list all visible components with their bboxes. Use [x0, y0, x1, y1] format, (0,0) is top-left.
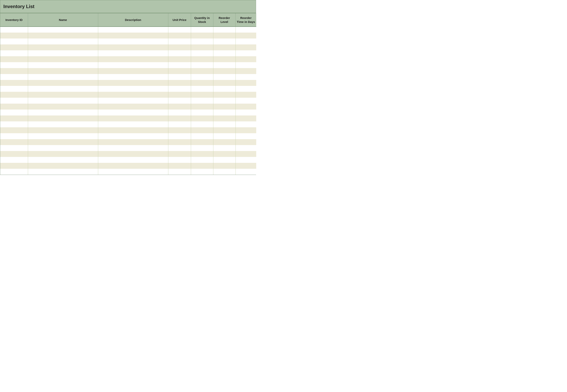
- cell-days[interactable]: [235, 98, 256, 104]
- cell-desc[interactable]: [98, 145, 168, 151]
- cell-qty[interactable]: [191, 157, 213, 163]
- cell-qty[interactable]: [191, 39, 213, 44]
- cell-price[interactable]: [168, 133, 191, 139]
- cell-price[interactable]: [168, 27, 191, 33]
- cell-qty[interactable]: [191, 27, 213, 33]
- cell-days[interactable]: [235, 62, 256, 68]
- cell-name[interactable]: [28, 44, 98, 50]
- cell-id[interactable]: [0, 86, 28, 92]
- cell-desc[interactable]: [98, 139, 168, 145]
- cell-reorder[interactable]: [213, 104, 235, 110]
- cell-name[interactable]: [28, 127, 98, 133]
- cell-price[interactable]: [168, 157, 191, 163]
- cell-reorder[interactable]: [213, 33, 235, 39]
- cell-name[interactable]: [28, 56, 98, 62]
- cell-reorder[interactable]: [213, 92, 235, 98]
- cell-id[interactable]: [0, 92, 28, 98]
- cell-reorder[interactable]: [213, 110, 235, 115]
- cell-qty[interactable]: [191, 80, 213, 86]
- cell-price[interactable]: [168, 139, 191, 145]
- cell-price[interactable]: [168, 62, 191, 68]
- cell-qty[interactable]: [191, 86, 213, 92]
- cell-name[interactable]: [28, 133, 98, 139]
- cell-id[interactable]: [0, 62, 28, 68]
- cell-desc[interactable]: [98, 98, 168, 104]
- cell-qty[interactable]: [191, 33, 213, 39]
- cell-desc[interactable]: [98, 92, 168, 98]
- cell-reorder[interactable]: [213, 50, 235, 56]
- cell-id[interactable]: [0, 56, 28, 62]
- cell-id[interactable]: [0, 127, 28, 133]
- cell-desc[interactable]: [98, 151, 168, 157]
- cell-price[interactable]: [168, 145, 191, 151]
- cell-name[interactable]: [28, 157, 98, 163]
- cell-reorder[interactable]: [213, 44, 235, 50]
- cell-desc[interactable]: [98, 68, 168, 74]
- cell-days[interactable]: [235, 104, 256, 110]
- cell-desc[interactable]: [98, 62, 168, 68]
- cell-days[interactable]: [235, 139, 256, 145]
- cell-qty[interactable]: [191, 139, 213, 145]
- cell-desc[interactable]: [98, 74, 168, 80]
- cell-name[interactable]: [28, 163, 98, 169]
- cell-days[interactable]: [235, 127, 256, 133]
- cell-days[interactable]: [235, 110, 256, 115]
- cell-price[interactable]: [168, 169, 191, 175]
- cell-name[interactable]: [28, 115, 98, 121]
- cell-qty[interactable]: [191, 110, 213, 115]
- cell-desc[interactable]: [98, 104, 168, 110]
- cell-price[interactable]: [168, 127, 191, 133]
- cell-days[interactable]: [235, 33, 256, 39]
- cell-qty[interactable]: [191, 145, 213, 151]
- cell-id[interactable]: [0, 68, 28, 74]
- cell-name[interactable]: [28, 145, 98, 151]
- cell-price[interactable]: [168, 33, 191, 39]
- cell-price[interactable]: [168, 74, 191, 80]
- cell-desc[interactable]: [98, 110, 168, 115]
- cell-qty[interactable]: [191, 127, 213, 133]
- cell-qty[interactable]: [191, 68, 213, 74]
- cell-id[interactable]: [0, 44, 28, 50]
- cell-days[interactable]: [235, 151, 256, 157]
- cell-desc[interactable]: [98, 44, 168, 50]
- cell-desc[interactable]: [98, 157, 168, 163]
- cell-name[interactable]: [28, 98, 98, 104]
- cell-days[interactable]: [235, 44, 256, 50]
- cell-days[interactable]: [235, 56, 256, 62]
- cell-id[interactable]: [0, 110, 28, 115]
- cell-id[interactable]: [0, 121, 28, 127]
- cell-desc[interactable]: [98, 33, 168, 39]
- cell-name[interactable]: [28, 33, 98, 39]
- cell-price[interactable]: [168, 110, 191, 115]
- cell-reorder[interactable]: [213, 115, 235, 121]
- cell-name[interactable]: [28, 86, 98, 92]
- cell-reorder[interactable]: [213, 151, 235, 157]
- cell-price[interactable]: [168, 151, 191, 157]
- cell-price[interactable]: [168, 104, 191, 110]
- cell-reorder[interactable]: [213, 39, 235, 44]
- cell-name[interactable]: [28, 27, 98, 33]
- cell-desc[interactable]: [98, 133, 168, 139]
- cell-name[interactable]: [28, 92, 98, 98]
- cell-reorder[interactable]: [213, 163, 235, 169]
- cell-id[interactable]: [0, 80, 28, 86]
- cell-days[interactable]: [235, 68, 256, 74]
- cell-price[interactable]: [168, 39, 191, 44]
- cell-qty[interactable]: [191, 74, 213, 80]
- cell-id[interactable]: [0, 27, 28, 33]
- cell-days[interactable]: [235, 157, 256, 163]
- cell-price[interactable]: [168, 44, 191, 50]
- cell-desc[interactable]: [98, 27, 168, 33]
- cell-id[interactable]: [0, 169, 28, 175]
- cell-days[interactable]: [235, 121, 256, 127]
- cell-price[interactable]: [168, 121, 191, 127]
- cell-qty[interactable]: [191, 104, 213, 110]
- cell-id[interactable]: [0, 33, 28, 39]
- cell-days[interactable]: [235, 86, 256, 92]
- cell-days[interactable]: [235, 74, 256, 80]
- cell-qty[interactable]: [191, 151, 213, 157]
- cell-desc[interactable]: [98, 115, 168, 121]
- cell-reorder[interactable]: [213, 80, 235, 86]
- cell-qty[interactable]: [191, 115, 213, 121]
- cell-price[interactable]: [168, 80, 191, 86]
